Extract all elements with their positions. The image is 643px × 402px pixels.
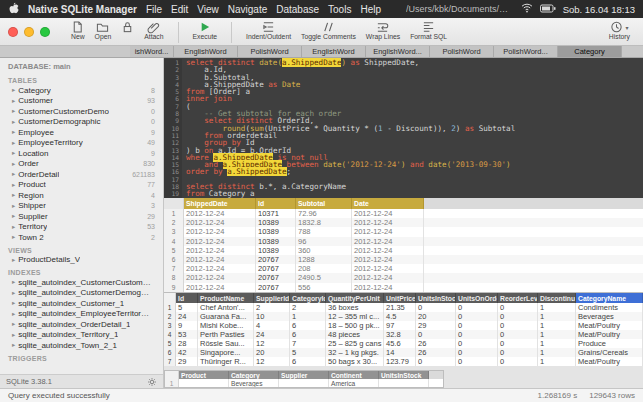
sidebar-item-region[interactable]: ▸Region4 [0, 190, 163, 201]
sidebar-item-product[interactable]: ▸Product77 [0, 180, 163, 191]
table-row[interactable]: 92012-12-24207675562012-12-24 [164, 283, 643, 292]
column-header-unitsonorder[interactable]: UnitsOnOrder [456, 293, 498, 303]
column-header-product[interactable]: Product [179, 371, 229, 379]
menubar-clock[interactable]: Sob. 16.04 18:13 [563, 4, 635, 15]
column-header-quantityperunit[interactable]: QuantityPerUnit [326, 293, 384, 303]
history-button[interactable]: ▾ History [604, 20, 635, 40]
column-header-shippeddate[interactable]: ShippedDate [184, 198, 256, 209]
sidebar-item-shipper[interactable]: ▸Shipper3 [0, 201, 163, 212]
sidebar-item-sqlite-autoindex-territory-1[interactable]: ▸sqlite_autoindex_Territory_1 [0, 330, 163, 341]
sidebar-item-employee[interactable]: ▸Employee9 [0, 127, 163, 138]
app-menu-title[interactable]: Native SQLite Manager [28, 4, 137, 15]
sqlite-version-label: SQLite 3.38.1 [6, 377, 52, 386]
close-window-button[interactable] [8, 27, 18, 37]
sidebar-item-productdetails-v[interactable]: ▸ProductDetails_V [0, 255, 163, 266]
tab-ishword[interactable]: ishWord... [130, 46, 174, 57]
sidebar-item-category[interactable]: ▸Category8 [0, 85, 163, 96]
sidebar-item-sqlite-autoindex-orderdetail-1[interactable]: ▸sqlite_autoindex_OrderDetail_1 [0, 319, 163, 330]
column-header-unitsinstock[interactable]: UnitsInStock [379, 371, 429, 379]
menu-view[interactable]: View [197, 4, 219, 15]
sidebar-item-location[interactable]: ▸Location9 [0, 148, 163, 159]
table-row[interactable]: 32012-12-24103897882012-12-24 [164, 227, 643, 236]
menu-edit[interactable]: Edit [171, 4, 188, 15]
table-row[interactable]: 42012-12-2410389962012-12-24 [164, 237, 643, 246]
tab-englishword[interactable]: EnglishWord [174, 46, 238, 57]
cell-categoryname: Grains/Cereals [576, 348, 643, 357]
sidebar-item-sqlite-autoindex-customer-1[interactable]: ▸sqlite_autoindex_Customer_1 [0, 298, 163, 309]
table-row[interactable]: 72012-12-24207672082012-12-24 [164, 264, 643, 273]
table-row[interactable]: 15Chef Anton'...2236 boxes21.350001Condi… [164, 303, 643, 312]
lock-button[interactable] [116, 20, 139, 33]
sidebar-item-orderdetail[interactable]: ▸OrderDetail621183 [0, 169, 163, 180]
menu-file[interactable]: File [146, 4, 162, 15]
zoom-window-button[interactable] [40, 27, 50, 37]
execute-button[interactable]: Execute [188, 20, 223, 40]
table-row[interactable]: 22012-12-24103891832.82012-12-24 [164, 218, 643, 227]
sidebar-item-supplier[interactable]: ▸Supplier29 [0, 211, 163, 222]
new-button[interactable]: New [66, 20, 90, 40]
column-header-category[interactable]: Category [229, 371, 279, 379]
attach-button[interactable]: Attach [139, 20, 168, 40]
sidebar-item-customerdemographic[interactable]: ▸CustomerDemographic0 [0, 117, 163, 128]
indent-outdent-button[interactable]: Indent/Outdent [241, 20, 296, 40]
column-header-supplierid[interactable]: SupplierId [254, 293, 290, 303]
table-row[interactable]: 62012-12-242076712882012-12-24 [164, 255, 643, 264]
table-row[interactable]: 82012-12-24207672490.52012-12-24 [164, 273, 643, 282]
tab-polishword[interactable]: PolishWord [430, 46, 494, 57]
sidebar-item-territory[interactable]: ▸Territory53 [0, 222, 163, 233]
battery-icon[interactable] [540, 4, 556, 15]
toggle-comments-button[interactable]: Toggle Comments [296, 20, 361, 40]
column-header-categoryid[interactable]: CategoryId [290, 293, 326, 303]
table-row[interactable]: 12012-12-241037172.962012-12-24 [164, 209, 643, 218]
sidebar-item-sqlite-autoindex-town-2-1[interactable]: ▸sqlite_autoindex_Town_2_1 [0, 340, 163, 351]
sidebar-item-town-2[interactable]: ▸Town 22 [0, 232, 163, 243]
column-header-supplier[interactable]: Supplier [279, 371, 329, 379]
tab-englishword[interactable]: EnglishWord... [366, 46, 430, 57]
minimize-window-button[interactable] [24, 27, 34, 37]
column-header-subtotal[interactable]: Subtotal [296, 198, 352, 209]
gear-icon[interactable] [147, 377, 157, 387]
sidebar-item-employeeterritory[interactable]: ▸EmployeeTerritory49 [0, 138, 163, 149]
disclosure-triangle-icon: ▸ [12, 299, 15, 307]
tab-polishword[interactable]: PolishWord [238, 46, 302, 57]
open-button[interactable]: Open [90, 20, 117, 40]
format-sql-button[interactable]: Format SQL [405, 20, 452, 40]
row-count: 129643 rows [589, 391, 635, 400]
column-header-reorderlevel[interactable]: ReorderLevel [498, 293, 538, 303]
sidebar-item-customercustomerdemo[interactable]: ▸CustomerCustomerDemo0 [0, 106, 163, 117]
toolbar-divider [231, 22, 232, 43]
table-row[interactable]: 453Perth Pasties24648 pieces32.80001Meat… [164, 330, 643, 339]
menu-database[interactable]: Database [276, 4, 319, 15]
sidebar-item-sqlite-autoindex-customercustomerdemo-1[interactable]: ▸sqlite_autoindex_CustomerCustomerDemo_1 [0, 277, 163, 288]
tab-category[interactable]: Category [558, 46, 622, 57]
column-header-date[interactable]: Date [352, 198, 424, 209]
wifi-icon[interactable] [521, 3, 533, 15]
menu-tools[interactable]: Tools [328, 4, 351, 15]
column-header-discontinued[interactable]: Discontinued [538, 293, 576, 303]
menu-navigate[interactable]: Navigate [228, 4, 267, 15]
table-row[interactable]: 642Singapore...20532 – 1 kg pkgs.1426001… [164, 348, 643, 357]
column-header-productname[interactable]: ProductName [198, 293, 254, 303]
sidebar-item-sqlite-autoindex-customerdemographic-1[interactable]: ▸sqlite_autoindex_CustomerDemographic_1 [0, 288, 163, 299]
column-header-unitprice[interactable]: UnitPrice [384, 293, 416, 303]
tab-englishword[interactable]: EnglishWord [302, 46, 366, 57]
tab-polishword[interactable]: PolishWord... [494, 46, 558, 57]
column-header-continent[interactable]: Continent [329, 371, 379, 379]
sidebar-item-sqlite-autoindex-employeeterritory-1[interactable]: ▸sqlite_autoindex_EmployeeTerritory_1 [0, 309, 163, 320]
column-header-id[interactable]: Id [256, 198, 296, 209]
column-header-id[interactable]: Id [176, 293, 198, 303]
apple-menu-icon[interactable] [8, 2, 19, 17]
table-row[interactable]: 729Thüringer R...12650 bags x 30...123.7… [164, 357, 643, 366]
table-row[interactable]: 52012-12-24103893602012-12-24 [164, 246, 643, 255]
menu-help[interactable]: Help [360, 4, 381, 15]
table-row[interactable]: 39Mishi Kobe...4618 – 500 g pk...9729001… [164, 321, 643, 330]
table-row[interactable]: 224Guaraná Fa...10112 – 355 ml c...4.520… [164, 312, 643, 321]
column-header-categoryname[interactable]: CategoryName [576, 293, 643, 303]
table-row[interactable]: 528Rössle Sau...12725 – 825 g cans45.626… [164, 339, 643, 348]
wrap-lines-button[interactable]: Wrap Lines [361, 20, 405, 40]
sidebar-item-customer[interactable]: ▸Customer93 [0, 96, 163, 107]
sidebar-item-order[interactable]: ▸Order830 [0, 159, 163, 170]
sql-editor[interactable]: 1select distinct date(a.ShippedDate) as … [164, 58, 643, 198]
column-header-unitsinstock[interactable]: UnitsInStock [416, 293, 456, 303]
table-row[interactable]: 1BeveragesAmerica [165, 379, 443, 387]
